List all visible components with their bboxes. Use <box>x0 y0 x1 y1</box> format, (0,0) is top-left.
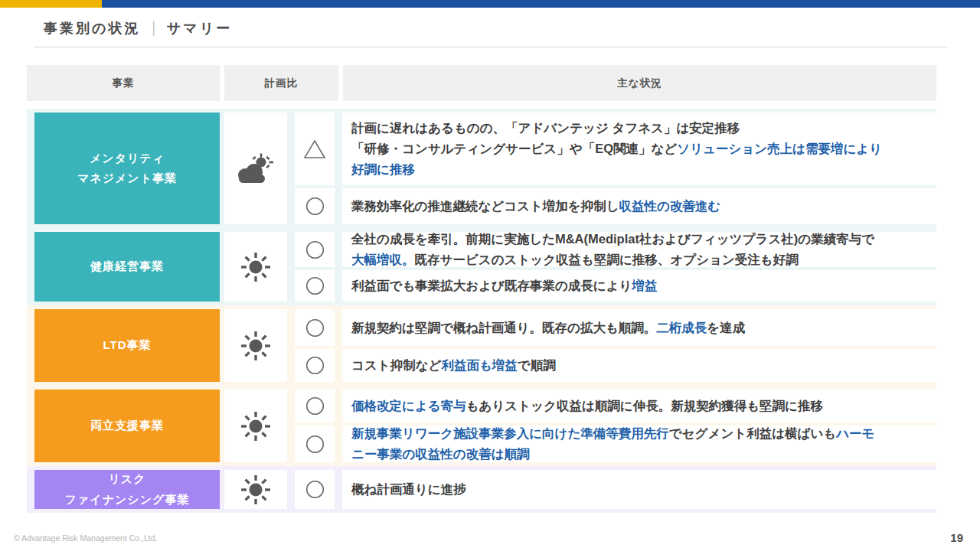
status-highlight-text: 増益 <box>632 279 657 292</box>
circle-symbol-icon <box>305 396 325 416</box>
status-text-cell: 新規事業リワーク施設事業参入に向けた準備等費用先行でセグメント利益は横ばいもハー… <box>342 425 936 462</box>
status-plain-text: コスト抑制など <box>351 358 441 372</box>
copyright-notice: © Advantage Risk Management Co.,Ltd. <box>14 533 158 543</box>
business-row-band: メンタリティマネジメント事業計画に遅れはあるものの、「アドバンテッジ タフネス」… <box>27 109 936 228</box>
business-name-cell: メンタリティマネジメント事業 <box>34 112 220 224</box>
status-text-cell: コスト抑制など利益面も増益で順調 <box>342 349 936 382</box>
status-plain-text: 既存サービスのストック収益も堅調に推移、オプション受注も好調 <box>415 253 799 266</box>
sun-icon <box>238 328 273 364</box>
plan-ratio-symbol-cell <box>295 349 335 382</box>
sun-icon <box>238 409 273 444</box>
triangle-symbol-icon <box>303 139 326 160</box>
business-row-band: 両立支援事業価格改定による寄与もありストック収益は順調に伸長。新規契約獲得も堅調… <box>27 386 936 466</box>
status-text: 価格改定による寄与もありストック収益は順調に伸長。新規契約獲得も堅調に推移 <box>351 396 823 416</box>
status-text-cell: 業務効率化の推進継続などコスト増加を抑制し収益性の改善進む <box>342 188 936 224</box>
status-highlight-text: ハーモ <box>836 426 874 440</box>
status-plain-text: 利益面でも事業拡大および既存事業の成長により <box>351 279 632 292</box>
status-highlight-text: 好調に推移 <box>351 162 415 176</box>
status-highlight-text: 二桁成長 <box>656 321 707 334</box>
column-header-plan-ratio: 計画比 <box>224 65 338 101</box>
status-text: 概ね計画通りに進捗 <box>351 479 466 500</box>
status-highlight-text: 価格改定による寄与 <box>351 399 466 412</box>
business-name: 両立支援事業 <box>90 416 164 435</box>
page-title-sub: サマリー <box>167 19 232 37</box>
weather-rating-cell <box>224 112 287 224</box>
title-underline <box>34 47 947 47</box>
status-plain-text: 全社の成長を牽引。前期に実施したM&A(Mediplat社およびフィッツプラス社… <box>351 232 874 246</box>
status-highlight-text: 利益面も増益 <box>441 358 517 372</box>
top-accent-yellow-segment <box>0 0 102 8</box>
plan-ratio-symbol-cell <box>295 309 335 346</box>
business-name: リスクファイナンシング事業 <box>65 469 190 510</box>
status-text: 計画に遅れはあるものの、「アドバンテッジ タフネス」は安定推移「研修・コンサルテ… <box>351 118 882 180</box>
sun-icon <box>238 472 273 507</box>
weather-rating-cell <box>224 390 287 462</box>
page-number: 19 <box>950 531 963 544</box>
circle-symbol-icon <box>305 196 325 217</box>
slide: 事業別の状況 | サマリー 事業 計画比 主な状況 メンタリティマネジメント事業… <box>0 0 980 551</box>
summary-table-body: メンタリティマネジメント事業計画に遅れはあるものの、「アドバンテッジ タフネス」… <box>27 109 936 513</box>
status-plain-text: 計画に遅れはあるものの、「アドバンテッジ タフネス」は安定推移 <box>351 121 740 135</box>
circle-symbol-icon <box>305 355 325 376</box>
status-highlight-text: 大幅増収。 <box>351 253 415 266</box>
status-plain-text: 新規契約は堅調で概ね計画通り。既存の拡大も順調。 <box>351 321 656 334</box>
circle-symbol-icon <box>305 240 325 260</box>
status-plain-text: もありストック収益は順調に伸長。新規契約獲得も堅調に推移 <box>466 399 823 412</box>
business-name: LTD事業 <box>103 335 151 355</box>
status-text-cell: 新規契約は堅調で概ね計画通り。既存の拡大も順調。二桁成長を達成 <box>342 309 936 346</box>
status-plain-text: を達成 <box>707 321 745 334</box>
status-text: 新規事業リワーク施設事業参入に向けた準備等費用先行でセグメント利益は横ばいもハー… <box>351 423 874 465</box>
business-name-cell: 両立支援事業 <box>34 390 220 462</box>
plan-ratio-symbol-cell <box>295 112 335 185</box>
plan-ratio-symbol-cell <box>295 270 335 302</box>
business-row-band: LTD事業新規契約は堅調で概ね計画通り。既存の拡大も順調。二桁成長を達成コスト抑… <box>27 305 936 386</box>
status-text-cell: 利益面でも事業拡大および既存事業の成長により増益 <box>342 270 936 302</box>
status-text-cell: 価格改定による寄与もありストック収益は順調に伸長。新規契約獲得も堅調に推移 <box>342 390 936 422</box>
status-text: コスト抑制など利益面も増益で順調 <box>351 355 556 376</box>
plan-ratio-symbol-cell <box>295 390 335 422</box>
status-text-cell: 概ね計画通りに進捗 <box>342 470 936 509</box>
circle-symbol-icon <box>305 318 325 338</box>
plan-ratio-symbol-cell <box>295 188 335 224</box>
status-highlight-text: 収益性の改善進む <box>619 199 721 213</box>
status-text: 業務効率化の推進継続などコスト増加を抑制し収益性の改善進む <box>351 196 720 217</box>
top-accent-blue-segment <box>102 0 980 8</box>
page-title: 事業別の状況 | サマリー <box>44 19 980 37</box>
column-header-main-status: 主な状況 <box>343 65 936 101</box>
status-highlight-text: ソリューション売上は需要増により <box>677 142 882 155</box>
plan-ratio-symbol-cell <box>295 470 335 509</box>
sun-behind-cloud-icon <box>236 152 276 184</box>
status-plain-text: 業務効率化の推進継続などコスト増加を抑制し <box>351 199 619 213</box>
plan-ratio-symbol-cell <box>295 232 335 267</box>
business-name: メンタリティマネジメント事業 <box>77 148 177 189</box>
top-accent-bar <box>0 0 980 8</box>
table-header-row: 事業 計画比 主な状況 <box>27 65 936 101</box>
weather-rating-cell <box>224 309 287 382</box>
sun-icon <box>238 249 273 285</box>
status-plain-text: 「研修・コンサルティングサービス」や「EQ関連」など <box>351 142 677 155</box>
status-plain-text: 概ね計画通りに進捗 <box>351 482 466 496</box>
circle-symbol-icon <box>305 434 325 455</box>
column-header-business: 事業 <box>27 65 220 101</box>
business-name: 健康経営事業 <box>90 256 164 276</box>
weather-rating-cell <box>224 470 287 509</box>
status-text: 利益面でも事業拡大および既存事業の成長により増益 <box>351 276 657 296</box>
status-text: 新規契約は堅調で概ね計画通り。既存の拡大も順調。二桁成長を達成 <box>351 318 745 338</box>
status-text: 全社の成長を牽引。前期に実施したM&A(Mediplat社およびフィッツプラス社… <box>351 229 874 270</box>
business-name-cell: リスクファイナンシング事業 <box>34 470 220 509</box>
business-row-band: 健康経営事業全社の成長を牽引。前期に実施したM&A(Mediplat社およびフィ… <box>27 228 936 305</box>
status-plain-text: でセグメント利益は横ばいも <box>669 426 836 440</box>
status-plain-text: で順調 <box>518 358 556 372</box>
business-name-cell: 健康経営事業 <box>34 232 220 302</box>
status-text-cell: 計画に遅れはあるものの、「アドバンテッジ タフネス」は安定推移「研修・コンサルテ… <box>342 112 936 185</box>
business-row-band: リスクファイナンシング事業概ね計画通りに進捗 <box>27 466 936 513</box>
title-separator: | <box>152 20 155 37</box>
circle-symbol-icon <box>305 276 325 296</box>
status-highlight-text: ニー事業の収益性の改善は順調 <box>351 447 530 461</box>
weather-rating-cell <box>224 232 287 302</box>
page-title-main: 事業別の状況 <box>44 19 140 37</box>
plan-ratio-symbol-cell <box>295 425 335 462</box>
status-text-cell: 全社の成長を牽引。前期に実施したM&A(Mediplat社およびフィッツプラス社… <box>342 232 936 267</box>
business-name-cell: LTD事業 <box>34 309 220 382</box>
status-highlight-text: 新規事業リワーク施設事業参入に向けた準備等費用先行 <box>351 426 669 440</box>
